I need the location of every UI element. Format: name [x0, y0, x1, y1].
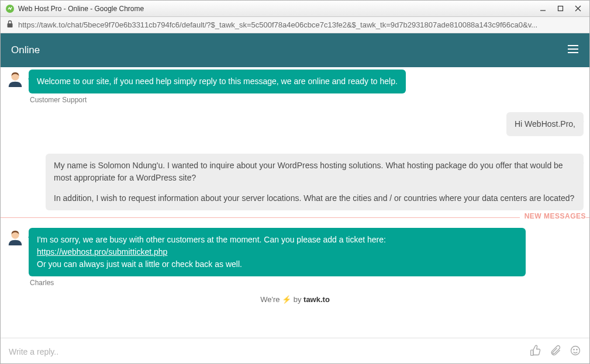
message-agent: I'm so sorry, we are busy with other cus… [6, 228, 584, 276]
message-text: Or you can always just wait a little or … [37, 258, 517, 271]
window-titlebar: Web Host Pro - Online - Google Chrome [1, 1, 589, 17]
app-icon [5, 4, 15, 13]
thumbs-up-icon[interactable] [530, 345, 541, 359]
new-messages-label: NEW MESSAGES [520, 212, 586, 220]
window-close-button[interactable] [574, 5, 581, 12]
window-title: Web Host Pro - Online - Google Chrome [18, 5, 539, 13]
svg-point-14 [577, 349, 577, 349]
lock-icon [6, 20, 13, 30]
message-sender: Charles [30, 279, 584, 287]
chat-body: Welcome to our site, if you need help si… [1, 67, 589, 338]
hamburger-icon[interactable] [567, 44, 579, 56]
message-line: I'm so sorry, we are busy with other cus… [37, 234, 517, 258]
powered-brand[interactable]: tawk.to [303, 295, 330, 304]
smile-icon[interactable] [570, 345, 581, 359]
message-user: Hi WebHost.Pro, [6, 112, 584, 136]
new-messages-divider: NEW MESSAGES [1, 217, 589, 227]
message-text: I'm so sorry, we are busy with other cus… [37, 235, 386, 244]
svg-point-13 [574, 349, 574, 349]
reply-input[interactable] [9, 347, 523, 356]
chat-status: Online [11, 44, 40, 56]
paperclip-icon[interactable] [550, 345, 561, 359]
reply-bar [1, 338, 589, 364]
message-bubble: I'm so sorry, we are busy with other cus… [29, 228, 526, 276]
message-bubble: Welcome to our site, if you need help si… [29, 70, 406, 93]
powered-by: We're ⚡ by tawk.to [6, 295, 584, 304]
message-text: Welcome to our site, if you need help si… [37, 77, 398, 86]
message-user: My name is Solomon Ndung'u. I wanted to … [6, 154, 584, 210]
message-sender: Customer Support [30, 96, 584, 104]
window-maximize-button[interactable] [557, 5, 564, 12]
message-bubble: Hi WebHost.Pro, [506, 112, 584, 136]
message-text: Hi WebHost.Pro, [515, 119, 575, 129]
window-minimize-button[interactable] [539, 5, 546, 12]
powered-prefix: We're [260, 295, 280, 304]
svg-rect-2 [558, 6, 563, 11]
address-bar[interactable]: https://tawk.to/chat/5bece9f70e6b3311cb7… [1, 17, 589, 33]
message-text: My name is Solomon Ndung'u. I wanted to … [54, 160, 575, 184]
ticket-link[interactable]: https://webhost.pro/submitticket.php [37, 247, 167, 256]
svg-point-12 [571, 346, 580, 355]
avatar-icon [6, 70, 24, 87]
powered-by-text: by [291, 295, 303, 304]
url-text: https://tawk.to/chat/5bece9f70e6b3311cb7… [18, 20, 537, 29]
chat-header: Online [1, 33, 589, 67]
message-agent: Welcome to our site, if you need help si… [6, 70, 584, 93]
svg-rect-5 [8, 23, 13, 27]
message-bubble: My name is Solomon Ndung'u. I wanted to … [46, 154, 584, 210]
message-text: In addition, I wish to request informati… [54, 192, 575, 204]
bolt-icon: ⚡ [282, 295, 291, 304]
avatar-icon [6, 228, 24, 245]
svg-rect-11 [531, 350, 533, 355]
